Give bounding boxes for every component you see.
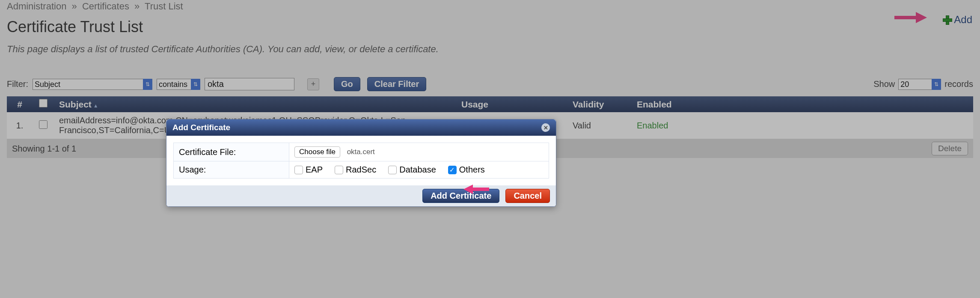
selected-filename: okta.cert (347, 148, 375, 156)
cell-enabled: Enabled (632, 112, 973, 139)
delete-button[interactable]: Delete (932, 142, 968, 155)
usage-eap-label: EAP (306, 165, 323, 175)
col-checkbox (33, 96, 54, 112)
row-checkbox[interactable] (39, 120, 48, 129)
breadcrumb-trust-list[interactable]: Trust List (145, 1, 183, 12)
checkbox-unchecked-icon (294, 166, 303, 174)
annotation-arrow-add (894, 12, 929, 23)
cancel-button[interactable]: Cancel (505, 189, 550, 203)
annotation-arrow-usage (463, 185, 489, 194)
sort-asc-icon: ▲ (93, 103, 98, 109)
usage-radsec-label: RadSec (346, 165, 376, 175)
file-cell: Choose file okta.cert (289, 143, 549, 161)
usage-others-label: Others (459, 165, 485, 175)
col-usage[interactable]: Usage (456, 96, 567, 112)
col-enabled[interactable]: Enabled (632, 96, 973, 112)
cell-checkbox (33, 112, 54, 139)
dialog-title: Add Certificate (172, 123, 230, 132)
usage-database[interactable]: Database (388, 165, 436, 175)
usage-label: Usage: (174, 161, 289, 179)
add-label: Add (954, 14, 972, 26)
select-all-checkbox[interactable] (39, 99, 48, 107)
filter-op-select[interactable]: contains (157, 79, 200, 90)
col-subject[interactable]: Subject▲ (54, 96, 456, 112)
plus-small-icon: + (311, 80, 316, 89)
checkbox-unchecked-icon (335, 166, 343, 174)
usage-radsec[interactable]: RadSec (335, 165, 376, 175)
col-num[interactable]: # (7, 96, 33, 112)
dialog-titlebar: Add Certificate ✕ (166, 119, 556, 136)
checkbox-checked-icon (448, 166, 457, 174)
go-button[interactable]: Go (334, 77, 360, 91)
choose-file-button[interactable]: Choose file (294, 146, 340, 158)
usage-eap[interactable]: EAP (294, 165, 323, 175)
dialog-footer: Add Certificate Cancel (166, 185, 556, 206)
clear-filter-button[interactable]: Clear Filter (367, 77, 426, 91)
page-description: This page displays a list of trusted Cer… (7, 44, 973, 55)
col-subject-label: Subject (59, 99, 92, 109)
cell-num: 1. (7, 112, 33, 139)
filter-label: Filter: (7, 79, 28, 89)
records-label: records (944, 79, 973, 89)
checkbox-unchecked-icon (388, 166, 397, 174)
usage-others[interactable]: Others (448, 165, 485, 175)
breadcrumb-administration[interactable]: Administration (7, 1, 66, 12)
page-title: Certificate Trust List (7, 18, 973, 36)
add-filter-button[interactable]: + (307, 78, 319, 90)
showing-text: Showing 1-1 of 1 (12, 144, 76, 154)
breadcrumb-certificates[interactable]: Certificates (82, 1, 129, 12)
usage-database-label: Database (399, 165, 436, 175)
add-certificate-dialog: Add Certificate ✕ Certificate File: Choo… (166, 119, 556, 207)
breadcrumb: Administration » Certificates » Trust Li… (7, 0, 973, 12)
add-button[interactable]: Add (943, 14, 972, 26)
usage-cell: EAP RadSec Database Others (289, 161, 549, 179)
breadcrumb-sep: » (72, 1, 77, 12)
show-label: Show (873, 79, 895, 89)
plus-icon (943, 15, 951, 24)
records-select[interactable]: 20 (898, 79, 941, 90)
close-icon: ✕ (543, 125, 548, 131)
cell-validity: Valid (567, 112, 632, 139)
file-label: Certificate File: (174, 143, 289, 161)
filter-bar: Filter: Subject contains + Go Clear Filt… (7, 77, 973, 91)
close-button[interactable]: ✕ (541, 123, 550, 132)
col-validity[interactable]: Validity (567, 96, 632, 112)
filter-value-input[interactable] (205, 78, 294, 90)
breadcrumb-sep: » (134, 1, 140, 12)
filter-field-select[interactable]: Subject (33, 79, 152, 90)
show-records: Show 20 records (873, 79, 973, 90)
